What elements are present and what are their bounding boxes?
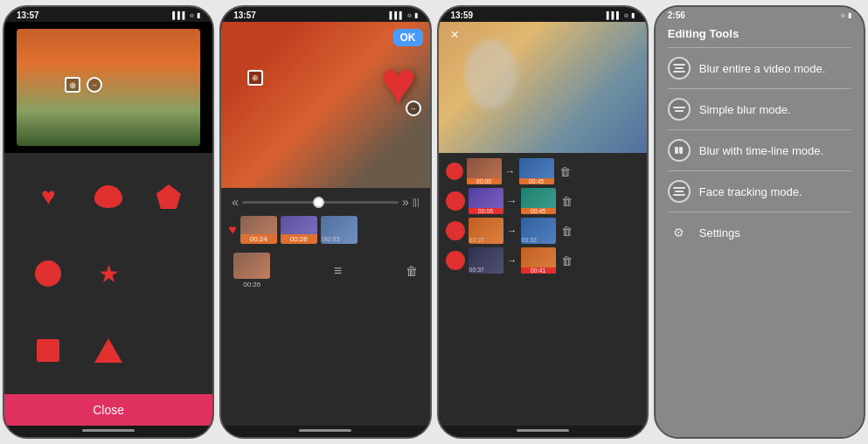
- resize-icon-2[interactable]: [406, 101, 421, 116]
- clip-to-2[interactable]: 00:12 00:45: [521, 188, 556, 214]
- clip-from-1[interactable]: 00:24 00:00: [467, 158, 502, 184]
- adjust-icon[interactable]: ≡: [334, 263, 342, 279]
- clip-arrow-4: →: [507, 254, 517, 267]
- clip-from-4[interactable]: 00:37: [469, 247, 503, 274]
- square-shape[interactable]: [37, 339, 59, 362]
- clip-from-2[interactable]: 00:00 00:06: [469, 188, 503, 214]
- video-inner-1: [17, 29, 200, 146]
- time-1: 13:57: [17, 10, 39, 20]
- prev-arrow[interactable]: «: [232, 195, 239, 209]
- blur-region: [465, 39, 517, 109]
- clip-to-4[interactable]: 00:45 00:41: [521, 247, 556, 274]
- clip-thumb-2[interactable]: 00:26: [281, 216, 317, 244]
- move-icon-2[interactable]: [247, 70, 263, 86]
- heart-shape[interactable]: ♥: [41, 183, 56, 211]
- clip-arrow-2: →: [507, 195, 517, 207]
- shape-pentagon-item[interactable]: [156, 184, 181, 209]
- shape-triangle-item[interactable]: [94, 338, 122, 363]
- triangle-shape[interactable]: [94, 338, 122, 363]
- tool-clip[interactable]: [233, 253, 270, 279]
- line-10: [673, 194, 685, 196]
- video-preview-1: [4, 22, 212, 153]
- phone-4: 2:56 ⌾ ▮ Editing Tools Blur entire a vid…: [654, 5, 865, 439]
- face-tracking-lines: [673, 187, 685, 196]
- timeline-icon-inner: [675, 147, 683, 154]
- phone-3: 13:59 ▌▌▌ ⌾ ▮ × 00:24 00:00 → 00:33 00:4…: [437, 5, 649, 439]
- video-preview-3: ×: [439, 22, 647, 153]
- home-indicator-4: [656, 426, 864, 437]
- blur-simple-label: Simple blur mode.: [699, 103, 791, 116]
- menu-item-settings[interactable]: ⚙ Settings: [656, 212, 864, 253]
- menu-item-face-tracking[interactable]: Face tracking mode.: [656, 171, 864, 212]
- clip-list: 00:24 00:00 → 00:33 00:45 🗑 00:00 00:06 …: [439, 153, 647, 426]
- face-tracking-icon: [668, 180, 691, 203]
- clip-heart-icon: ♥: [228, 222, 237, 238]
- pentagon-shape[interactable]: [156, 184, 181, 209]
- status-icons-3: ▌▌▌ ⌾ ▮: [607, 11, 635, 19]
- time-4: 2:56: [668, 10, 685, 20]
- menu-item-blur-timeline[interactable]: Blur with time-line mode.: [656, 130, 864, 170]
- close-button[interactable]: Close: [4, 394, 212, 426]
- from-sub-2: 00:06: [469, 208, 503, 214]
- shape-circle-item[interactable]: [35, 260, 61, 287]
- scrubber-thumb[interactable]: [313, 197, 324, 208]
- status-bar-1: 13:57 ▌▌▌ ⌾ ▮: [4, 7, 212, 22]
- line-2: [675, 67, 684, 69]
- settings-icon: ⚙: [668, 221, 691, 244]
- shape-square-item[interactable]: [37, 339, 59, 362]
- home-indicator-3: [439, 426, 647, 437]
- editing-tools-title: Editing Tools: [656, 22, 864, 47]
- blob-shape[interactable]: [94, 185, 122, 208]
- home-bar-4: [733, 429, 786, 432]
- shape-star-item[interactable]: ★: [98, 260, 120, 288]
- from-sub-1: 00:00: [467, 178, 502, 184]
- spacer: [656, 253, 864, 426]
- shape-blob-item[interactable]: [94, 185, 122, 208]
- blur-full-icon: [668, 57, 691, 80]
- shape-heart-item[interactable]: ♥: [41, 183, 56, 211]
- next-arrow[interactable]: »: [402, 195, 409, 209]
- line-3: [673, 71, 685, 73]
- clip-from-3[interactable]: 00:27: [469, 218, 503, 244]
- menu-item-blur-simple[interactable]: Simple blur mode.: [656, 89, 864, 129]
- video-preview-2: OK ♥: [221, 22, 429, 188]
- timeline-bar-2: [679, 147, 683, 154]
- time-3: 13:59: [451, 10, 474, 20]
- status-icons-4: ⌾ ▮: [841, 11, 851, 19]
- progress-bar[interactable]: [242, 201, 399, 204]
- shape-empty-item: [156, 260, 182, 287]
- menu-item-blur-full[interactable]: Blur entire a video mode.: [656, 48, 864, 88]
- clip-thumb-1[interactable]: 00:24: [240, 216, 277, 244]
- clip-to-3[interactable]: 00:33: [521, 218, 556, 244]
- status-bar-2: 13:57 ▌▌▌ ⌾ ▮: [221, 7, 429, 22]
- delete-icon-1[interactable]: 🗑: [559, 165, 571, 178]
- delete-icon-4[interactable]: 🗑: [561, 254, 573, 267]
- timeline-area: « » ||| ♥ 00:24 00:26 00:33 00:26: [221, 188, 429, 426]
- home-indicator-2: [221, 426, 429, 437]
- timeline-icon-row-1: [675, 147, 683, 154]
- empty-shape: [156, 260, 182, 287]
- delete-icon-2[interactable]: 🗑: [561, 195, 573, 208]
- ok-button[interactable]: OK: [393, 29, 423, 46]
- to-sub-2: 00:45: [521, 208, 556, 214]
- line-5: [675, 110, 684, 112]
- clip-thumb-3[interactable]: 00:33: [321, 216, 358, 244]
- gear-icon: ⚙: [673, 225, 684, 239]
- line-8: [673, 187, 685, 189]
- line-4: [673, 107, 685, 108]
- circle-shape[interactable]: [35, 260, 61, 287]
- close-x-button[interactable]: ×: [451, 27, 459, 43]
- wifi-icon-4: ⌾: [841, 11, 845, 19]
- delete-icon-3[interactable]: 🗑: [561, 225, 573, 238]
- signal-icon-2: ▌▌▌: [389, 11, 404, 19]
- signal-icon: ▌▌▌: [172, 11, 187, 19]
- move-icon-1[interactable]: [65, 77, 80, 93]
- from-time-3: 00:27: [469, 237, 485, 243]
- trash-icon[interactable]: 🗑: [406, 264, 418, 278]
- resize-icon-1[interactable]: [87, 77, 102, 93]
- time-2: 13:57: [233, 10, 256, 20]
- scrubber: « » |||: [228, 193, 422, 211]
- star-shape[interactable]: ★: [98, 260, 120, 288]
- clip-time-2: 00:26: [281, 234, 317, 244]
- clip-to-1[interactable]: 00:33 00:45: [519, 158, 554, 184]
